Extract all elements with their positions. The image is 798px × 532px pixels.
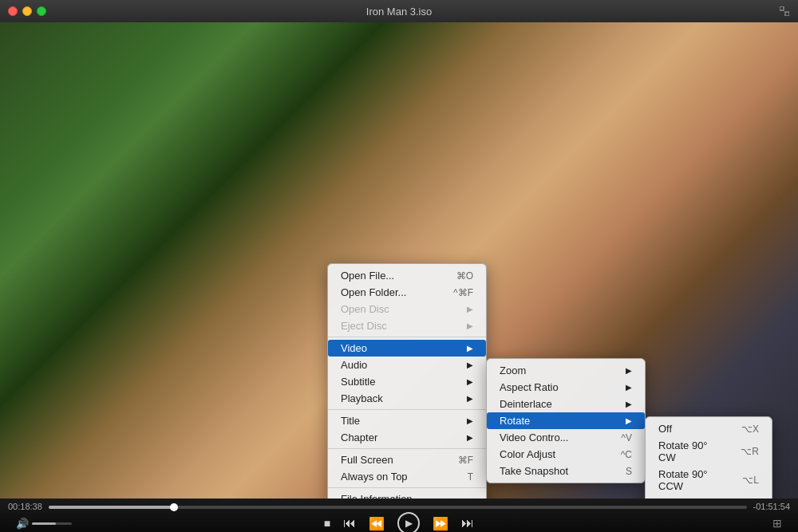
prev-chapter-button[interactable]: ⏮ <box>343 516 356 530</box>
progress-track[interactable] <box>49 506 747 509</box>
menu-audio[interactable]: Audio ▶ <box>328 357 486 373</box>
volume-icon[interactable]: 🔊 <box>16 518 29 530</box>
time-remaining: -01:51:54 <box>753 502 790 511</box>
menu-open-folder[interactable]: Open Folder... ^⌘F <box>328 284 486 301</box>
zoom-button[interactable] <box>37 6 46 16</box>
minimize-button[interactable] <box>22 6 32 16</box>
menu-open-file[interactable]: Open File... ⌘O <box>328 267 486 284</box>
menu-open-disc: Open Disc ▶ <box>328 301 486 317</box>
separator-2 <box>328 409 486 410</box>
submenu-take-snapshot[interactable]: Take Snapshot S <box>487 463 645 479</box>
menu-playback[interactable]: Playback ▶ <box>328 390 486 407</box>
video-submenu: Zoom ▶ Aspect Ratio ▶ Deinterlace ▶ Rota… <box>486 358 646 483</box>
context-menu-container: Open File... ⌘O Open Folder... ^⌘F Open … <box>327 263 487 499</box>
controls-bar: 00:18:38 -01:51:54 🔊 ■ ⏮ ⏪ ▶ ⏩ ⏭ ⊞ <box>0 499 798 532</box>
rotate-submenu: Off ⌥X Rotate 90° CW ⌥R Rotate 90° CCW ⌥… <box>645 416 772 499</box>
rotate-90ccw[interactable]: Rotate 90° CCW ⌥L <box>646 466 772 495</box>
main-context-menu: Open File... ⌘O Open Folder... ^⌘F Open … <box>327 263 487 499</box>
menu-subtitle[interactable]: Subtitle ▶ <box>328 373 486 390</box>
submenu-aspect-ratio[interactable]: Aspect Ratio ▶ <box>487 379 645 396</box>
menu-eject-disc: Eject Disc ▶ <box>328 317 486 334</box>
menu-chapter[interactable]: Chapter ▶ <box>328 429 486 446</box>
menu-always-on-top[interactable]: Always on Top T <box>328 468 486 485</box>
menu-fullscreen[interactable]: Full Screen ⌘F <box>328 451 486 468</box>
stop-button[interactable]: ■ <box>324 517 330 530</box>
progress-thumb <box>170 503 178 511</box>
menu-video[interactable]: Video ▶ <box>328 340 486 357</box>
svg-rect-1 <box>785 12 789 16</box>
submenu-rotate[interactable]: Rotate ▶ <box>487 412 645 429</box>
submenu-deinterlace[interactable]: Deinterlace ▶ <box>487 396 645 412</box>
progress-row: 00:18:38 -01:51:54 <box>8 499 790 514</box>
rotate-180[interactable]: Rotate 180° ⌥I <box>646 495 772 499</box>
separator-4 <box>328 487 486 488</box>
volume-track[interactable] <box>32 522 72 525</box>
separator-3 <box>328 448 486 449</box>
menu-file-information[interactable]: File Information... <box>328 491 486 499</box>
menu-title[interactable]: Title ▶ <box>328 412 486 429</box>
submenu-color-adjust[interactable]: Color Adjust ^C <box>487 446 645 463</box>
rotate-90cw[interactable]: Rotate 90° CW ⌥R <box>646 437 772 466</box>
video-area: Open File... ⌘O Open Folder... ^⌘F Open … <box>0 22 798 499</box>
rewind-button[interactable]: ⏪ <box>369 516 385 531</box>
submenu-video-control[interactable]: Video Contro... ^V <box>487 429 645 446</box>
submenu-zoom[interactable]: Zoom ▶ <box>487 362 645 379</box>
buttons-row: 🔊 ■ ⏮ ⏪ ▶ ⏩ ⏭ ⊞ <box>8 514 790 532</box>
rotate-off[interactable]: Off ⌥X <box>646 420 772 437</box>
volume-fill <box>32 522 56 525</box>
next-chapter-button[interactable]: ⏭ <box>461 516 474 530</box>
svg-rect-0 <box>780 6 784 10</box>
fast-forward-button[interactable]: ⏩ <box>433 516 448 531</box>
grid-icon[interactable]: ⊞ <box>772 517 782 530</box>
title-bar: Iron Man 3.iso <box>0 0 798 22</box>
progress-fill <box>49 506 174 509</box>
volume-section: 🔊 <box>16 518 72 530</box>
fullscreen-icon[interactable] <box>779 6 790 17</box>
close-button[interactable] <box>8 6 18 16</box>
play-button[interactable]: ▶ <box>397 512 420 532</box>
time-elapsed: 00:18:38 <box>8 502 42 511</box>
traffic-lights <box>8 6 46 16</box>
window-title: Iron Man 3.iso <box>366 6 432 18</box>
separator-1 <box>328 337 486 337</box>
